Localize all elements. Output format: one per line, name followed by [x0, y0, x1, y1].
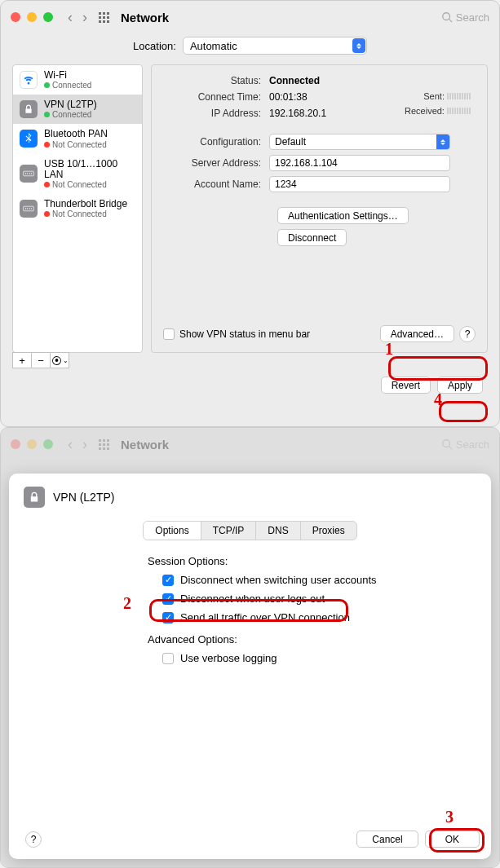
svg-rect-7	[24, 206, 34, 211]
search-icon	[441, 438, 453, 450]
annotation-4: 4	[434, 390, 442, 409]
auth-settings-button[interactable]: Authentication Settings…	[277, 207, 409, 224]
annotation-1: 1	[385, 340, 393, 359]
svg-point-5	[29, 174, 30, 174]
sent-meter-icon	[447, 93, 471, 99]
tab-bar: Options TCP/IP DNS Proxies	[143, 521, 356, 540]
thunderbolt-icon	[20, 200, 38, 218]
interface-actions-button[interactable]: ⦿⌄	[50, 352, 69, 368]
annotation-3: 3	[445, 808, 454, 826]
sent-label: Sent:	[423, 91, 445, 101]
server-address-input[interactable]: 192.168.1.104	[269, 155, 450, 171]
svg-point-3	[25, 174, 26, 174]
account-label: Account Name:	[163, 178, 269, 190]
help-button[interactable]: ?	[459, 326, 476, 342]
verbose-logging-checkbox[interactable]	[162, 653, 174, 664]
window-title: Network	[121, 438, 169, 452]
apply-button[interactable]: Apply	[437, 377, 483, 394]
svg-point-9	[27, 208, 28, 209]
tab-dns[interactable]: DNS	[256, 522, 300, 540]
account-name-input[interactable]: 1234	[269, 176, 450, 192]
svg-point-6	[31, 174, 32, 174]
sheet-title: VPN (L2TP)	[53, 491, 114, 504]
location-label: Location:	[133, 40, 176, 52]
session-options-heading: Session Options:	[148, 555, 450, 567]
verbose-logging-label: Use verbose logging	[180, 652, 277, 664]
chevron-updown-icon	[352, 38, 365, 53]
minimize-icon[interactable]	[27, 12, 37, 22]
titlebar: ‹ › Network Search	[1, 1, 499, 33]
back-icon[interactable]: ‹	[68, 9, 73, 26]
sidebar-item-vpn[interactable]: VPN (L2TP)Connected	[13, 95, 142, 124]
window-title: Network	[121, 11, 169, 24]
add-interface-button[interactable]: +	[12, 352, 32, 368]
show-all-icon[interactable]	[99, 12, 109, 23]
disconnect-logout-checkbox[interactable]	[162, 593, 174, 605]
disconnect-switching-users-checkbox[interactable]	[162, 575, 174, 586]
ethernet-icon	[20, 165, 38, 183]
disconnect-logout-label: Disconnect when user logs out	[180, 593, 325, 605]
status-label: Status:	[163, 75, 269, 86]
bluetooth-icon	[20, 130, 38, 148]
zoom-icon[interactable]	[43, 12, 53, 22]
svg-line-1	[449, 20, 452, 23]
config-label: Configuration:	[163, 136, 269, 148]
search-icon	[441, 11, 453, 23]
svg-point-8	[25, 208, 26, 209]
svg-point-10	[29, 208, 30, 209]
send-all-traffic-label: Send all traffic over VPN connection	[180, 611, 350, 623]
location-select[interactable]: Automatic	[183, 37, 367, 55]
sidebar-footer: + − ⦿⌄	[12, 352, 143, 368]
server-label: Server Address:	[163, 157, 269, 169]
cancel-button[interactable]: Cancel	[356, 831, 418, 848]
config-select[interactable]: Default	[269, 134, 450, 150]
received-meter-icon	[447, 108, 471, 114]
advanced-sheet: VPN (L2TP) Options TCP/IP DNS Proxies Se…	[9, 474, 491, 859]
ok-button[interactable]: OK	[425, 831, 480, 848]
connect-time-value: 00:01:38	[269, 91, 308, 103]
advanced-options-heading: Advanced Options:	[148, 633, 450, 645]
close-icon	[11, 439, 20, 449]
svg-line-13	[449, 447, 452, 450]
received-label: Received:	[405, 106, 445, 116]
interface-sidebar: Wi-FiConnected VPN (L2TP)Connected Bluet…	[12, 64, 143, 353]
svg-point-4	[27, 174, 28, 174]
tab-proxies[interactable]: Proxies	[301, 522, 356, 540]
svg-rect-2	[24, 171, 34, 176]
detail-panel: Status: Connected Connect Time: 00:01:38…	[151, 64, 488, 353]
location-value: Automatic	[190, 40, 237, 52]
back-icon: ‹	[68, 436, 73, 453]
forward-icon: ›	[82, 436, 87, 453]
show-all-icon	[99, 439, 109, 450]
remove-interface-button[interactable]: −	[31, 352, 51, 368]
show-vpn-status-checkbox[interactable]	[163, 328, 175, 340]
close-icon[interactable]	[11, 12, 20, 22]
show-vpn-status-label: Show VPN status in menu bar	[179, 328, 310, 340]
forward-icon[interactable]: ›	[82, 9, 87, 26]
network-prefs-window-sheet: ‹ › Network Search VPN (L2TP) Options TC…	[0, 427, 500, 868]
revert-button[interactable]: Revert	[381, 377, 431, 394]
search-placeholder: Search	[456, 11, 489, 24]
sidebar-item-bluetooth[interactable]: Bluetooth PANNot Connected	[13, 124, 142, 153]
annotation-2: 2	[123, 594, 131, 613]
help-button[interactable]: ?	[25, 831, 42, 848]
ip-label: IP Address:	[163, 108, 269, 119]
network-prefs-window: ‹ › Network Search Location: Automatic W…	[0, 0, 500, 427]
sidebar-item-usb-lan[interactable]: USB 10/1…1000 LANNot Connected	[13, 154, 142, 194]
disconnect-switching-users-label: Disconnect when switching user accounts	[180, 574, 377, 586]
tab-tcpip[interactable]: TCP/IP	[201, 522, 257, 540]
svg-point-11	[31, 208, 32, 209]
connect-time-label: Connect Time:	[163, 91, 269, 103]
sidebar-item-wifi[interactable]: Wi-FiConnected	[13, 65, 142, 95]
search-field: Search	[441, 438, 489, 451]
tab-options[interactable]: Options	[144, 522, 201, 540]
wifi-icon	[20, 71, 38, 89]
ip-value: 192.168.20.1	[269, 108, 326, 119]
chevron-updown-icon	[436, 134, 449, 149]
lock-icon	[24, 487, 45, 508]
search-field[interactable]: Search	[441, 11, 489, 24]
send-all-traffic-checkbox[interactable]	[162, 612, 174, 623]
sidebar-item-thunderbolt[interactable]: Thunderbolt BridgeNot Connected	[13, 194, 142, 223]
zoom-icon	[43, 439, 53, 449]
disconnect-button[interactable]: Disconnect	[277, 229, 347, 246]
